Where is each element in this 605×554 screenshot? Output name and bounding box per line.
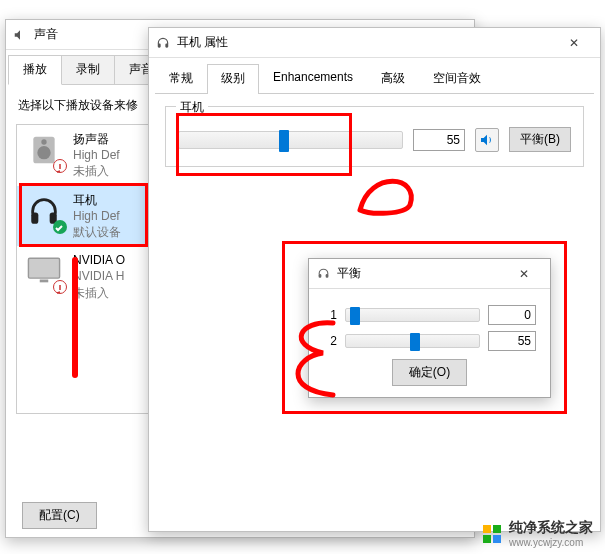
device-sub: NVIDIA H (73, 268, 125, 284)
props-tabs: 常规 级别 Enhancements 高级 空间音效 (155, 64, 594, 94)
watermark: 纯净系统之家 www.ycwjzy.com (483, 519, 593, 548)
watermark-logo (483, 525, 501, 543)
tab-advanced[interactable]: 高级 (367, 64, 419, 93)
slider-thumb[interactable] (410, 333, 420, 351)
device-sub: High Def (73, 208, 121, 224)
device-name: 耳机 (73, 192, 121, 208)
balance-button[interactable]: 平衡(B) (509, 127, 571, 152)
configure-button[interactable]: 配置(C) (22, 502, 97, 529)
watermark-url: www.ycwjzy.com (509, 537, 593, 548)
balance-value-2[interactable] (488, 331, 536, 351)
device-status: 未插入 (73, 285, 125, 301)
default-badge (53, 220, 67, 234)
slider-thumb[interactable] (350, 307, 360, 325)
balance-dialog: 平衡 ✕ 1 2 确定(O) (308, 258, 551, 398)
group-label: 耳机 (176, 99, 208, 116)
props-title: 耳机 属性 (177, 34, 554, 51)
device-status: 默认设备 (73, 224, 121, 240)
balance-value-1[interactable] (488, 305, 536, 325)
channel-label: 2 (323, 334, 337, 348)
volume-slider[interactable] (178, 131, 403, 149)
device-name: NVIDIA O (73, 252, 125, 268)
balance-titlebar: 平衡 ✕ (309, 259, 550, 289)
device-name: 扬声器 (73, 131, 120, 147)
speaker-icon (25, 131, 63, 169)
tab-spatial[interactable]: 空间音效 (419, 64, 495, 93)
unplugged-badge (53, 159, 67, 173)
tab-level[interactable]: 级别 (207, 64, 259, 94)
svg-point-1 (37, 146, 50, 159)
tab-enhancements[interactable]: Enhancements (259, 64, 367, 93)
tab-record[interactable]: 录制 (61, 55, 115, 84)
balance-row-2: 2 (323, 331, 536, 351)
svg-point-2 (41, 139, 46, 144)
balance-row-1: 1 (323, 305, 536, 325)
svg-rect-7 (158, 43, 161, 47)
unplugged-badge (53, 280, 67, 294)
tab-general[interactable]: 常规 (155, 64, 207, 93)
watermark-text: 纯净系统之家 (509, 519, 593, 537)
svg-rect-3 (31, 212, 38, 223)
headphones-icon (25, 192, 63, 230)
headphones-icon (155, 35, 171, 51)
sound-icon (12, 27, 28, 43)
svg-rect-9 (318, 274, 321, 278)
balance-slider-1[interactable] (345, 308, 480, 322)
channel-label: 1 (323, 308, 337, 322)
props-titlebar: 耳机 属性 ✕ (149, 28, 600, 58)
headphones-icon (315, 266, 331, 282)
svg-rect-5 (28, 258, 59, 278)
close-icon[interactable]: ✕ (504, 261, 544, 287)
ok-button[interactable]: 确定(O) (392, 359, 467, 386)
balance-slider-2[interactable] (345, 334, 480, 348)
tab-playback[interactable]: 播放 (8, 55, 62, 85)
monitor-icon (25, 252, 63, 290)
device-status: 未插入 (73, 163, 120, 179)
volume-group: 耳机 平衡(B) (165, 106, 584, 167)
svg-rect-8 (165, 43, 168, 47)
slider-thumb[interactable] (279, 130, 289, 152)
device-sub: High Def (73, 147, 120, 163)
volume-value[interactable] (413, 129, 465, 151)
svg-rect-6 (40, 280, 49, 283)
svg-rect-10 (325, 274, 328, 278)
speaker-toggle-icon[interactable] (475, 128, 499, 152)
close-icon[interactable]: ✕ (554, 30, 594, 56)
balance-title: 平衡 (337, 265, 504, 282)
